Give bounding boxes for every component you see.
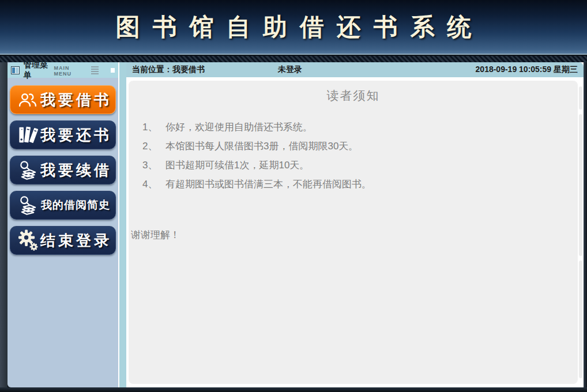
sidebar-item-label: 我要续借 [40, 160, 112, 180]
window-panes-icon [11, 66, 20, 74]
current-location-label: 当前位置：我要借书 [126, 65, 205, 75]
app-title: 图书馆自助借还书系统 [103, 11, 484, 43]
sidebar-item-label: 我要还书 [40, 125, 112, 145]
list-item: 1、 你好，欢迎使用自助借还书系统。 [129, 118, 578, 137]
content-scrollbar[interactable] [578, 82, 583, 383]
gears-icon [15, 229, 40, 252]
sidebar-item-label: 我要借书 [40, 90, 112, 110]
datetime-label: 2018-09-19 10:05:59 星期三 [476, 65, 584, 75]
reader-notice-panel: 读者须知 1、 你好，欢迎使用自助借还书系统。 2、 本馆图书每人限借图书3册，… [129, 81, 578, 384]
list-item-number: 2、 [142, 137, 165, 156]
striped-divider [0, 56, 587, 62]
menu-subtitle: MAIN MENU [54, 65, 83, 77]
sidebar-item-return-book[interactable]: 我要还书 [10, 120, 116, 149]
list-item-number: 3、 [142, 156, 165, 175]
scrollbar-thumb[interactable] [579, 114, 582, 256]
sidebar-item-borrow-history[interactable]: 我的借阅简史 [10, 191, 116, 220]
sidebar-menu-bar: 管理菜单 MAIN MENU [7, 62, 118, 78]
scrollbar-segment[interactable] [579, 261, 582, 378]
bottom-frame [0, 387, 587, 392]
books-icon [15, 124, 40, 146]
list-item-text: 本馆图书每人限借图书3册，借阅期限30天。 [165, 137, 578, 156]
sidebar-item-label: 我的借阅简史 [40, 198, 111, 213]
list-item-number: 1、 [142, 118, 165, 137]
scrollbar-segment[interactable] [579, 86, 582, 110]
app-window: 图书馆自助借还书系统 管理菜单 MAIN MENU [0, 0, 587, 392]
sidebar-item-borrow-book[interactable]: 我要借书 [10, 85, 116, 114]
list-item-text: 你好，欢迎使用自助借还书系统。 [165, 118, 578, 137]
login-status: 未登录 [278, 65, 302, 75]
sidebar: 管理菜单 MAIN MENU 我要借书 [7, 62, 118, 387]
list-item-number: 4、 [142, 175, 165, 194]
sidebar-buttons: 我要借书 我要还书 [7, 78, 118, 255]
sidebar-item-label: 结束登录 [40, 231, 112, 251]
left-frame [0, 62, 7, 387]
search-books-icon [15, 159, 40, 181]
list-item: 2、 本馆图书每人限借图书3册，借阅期限30天。 [129, 137, 578, 156]
sidebar-item-logout[interactable]: 结束登录 [10, 226, 116, 255]
search-books-icon [15, 194, 40, 216]
divider-strip [119, 62, 126, 387]
minimize-square-icon[interactable] [111, 68, 115, 73]
list-item: 3、 图书超期可续借1次，延期10天。 [129, 156, 578, 175]
list-item-text: 图书超期可续借1次，延期10天。 [165, 156, 578, 175]
header-banner: 图书馆自助借还书系统 [0, 0, 587, 55]
main-content: 当前位置：我要借书 未登录 2018-09-19 10:05:59 星期三 读者… [126, 62, 584, 387]
menu-title: 管理菜单 [24, 60, 50, 81]
notice-list: 1、 你好，欢迎使用自助借还书系统。 2、 本馆图书每人限借图书3册，借阅期限3… [129, 118, 578, 194]
notice-title: 读者须知 [129, 88, 578, 104]
list-item-text: 有超期图书或图书借满三本，不能再借阅图书。 [165, 175, 578, 194]
sidebar-item-renew-book[interactable]: 我要续借 [10, 156, 116, 184]
users-icon [15, 90, 40, 110]
list-item: 4、 有超期图书或图书借满三本，不能再借阅图书。 [129, 175, 578, 194]
notice-footer: 谢谢理解！ [129, 228, 578, 242]
hamburger-icon[interactable] [91, 66, 99, 74]
status-bar: 当前位置：我要借书 未登录 2018-09-19 10:05:59 星期三 [126, 62, 584, 77]
right-frame [584, 62, 587, 387]
